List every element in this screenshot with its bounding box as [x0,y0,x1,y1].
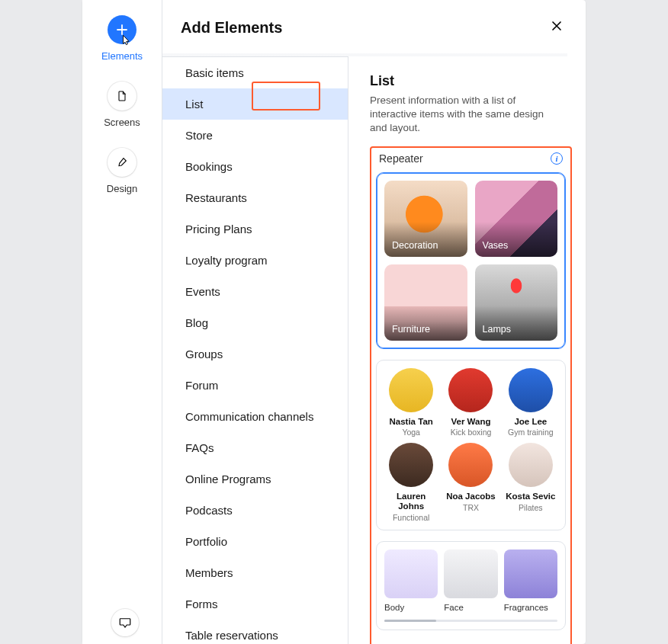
product-thumb [504,549,557,598]
rail-label: Screens [104,117,140,128]
tile-item[interactable]: Furniture [384,264,467,341]
product-thumb [444,549,497,598]
tile-label: Vases [483,240,509,251]
product-label: Fragrances [504,603,557,612]
product-item[interactable]: Face [444,549,497,612]
person-item[interactable]: Ver WangKick boxing [444,368,497,437]
product-label: Face [444,603,497,612]
avatar [448,368,493,412]
repeater-template-people[interactable]: Nastia TanYogaVer WangKick boxingJoe Lee… [376,360,566,530]
add-elements-panel: Elements Screens Design Add Elements [82,0,586,644]
mini-scrollbar [384,620,557,622]
person-name: Nastia Tan [384,417,438,427]
tile-label: Furniture [392,324,430,335]
chat-button[interactable] [111,609,139,636]
person-name: Noa Jacobs [444,492,497,501]
rail-item-elements[interactable]: Elements [101,15,143,62]
category-item[interactable]: Online Programs [162,463,348,495]
tile-item[interactable]: Decoration [384,181,467,257]
avatar [448,443,493,487]
repeater-section-header: Repeater i [376,152,566,165]
tile-label: Lamps [483,324,512,335]
person-activity: Functional [384,513,438,522]
category-item[interactable]: Pricing Plans [162,213,348,245]
avatar [509,443,553,487]
tile-label: Decoration [392,240,438,251]
info-icon[interactable]: i [551,152,563,165]
category-item[interactable]: Basic items [162,57,348,88]
product-item[interactable]: Fragrances [504,549,557,612]
avatar [509,368,553,412]
person-item[interactable]: Kosta SevicPilates [504,443,557,521]
person-activity: Yoga [384,428,438,437]
person-name: Ver Wang [444,417,497,427]
repeater-template-products[interactable]: BodyFaceFragrances [376,541,566,630]
category-item[interactable]: Table reservations [162,620,348,644]
category-item[interactable]: Store [162,120,348,151]
plus-icon [108,15,136,44]
brush-icon [108,148,136,177]
category-item[interactable]: Loyalty program [162,245,348,276]
person-name: Lauren Johns [384,492,438,511]
repeater-highlight: Repeater i DecorationVasesFurnitureLamps… [370,146,572,644]
category-item[interactable]: Groups [162,338,348,370]
panel-header: Add Elements [162,0,586,53]
product-thumb [384,549,438,598]
product-item[interactable]: Body [384,549,438,612]
person-activity: Kick boxing [444,428,497,437]
category-item[interactable]: Podcasts [162,495,348,526]
category-item[interactable]: Portfolio [162,526,348,557]
panel-body: Basic itemsListStoreBookingsRestaurantsP… [162,56,586,644]
category-item[interactable]: Blog [162,307,348,338]
rail-item-design[interactable]: Design [107,148,137,194]
preview-pane: List Present information with a list of … [348,56,586,644]
repeater-label: Repeater [379,152,423,165]
category-item[interactable]: Communication channels [162,401,348,432]
close-button[interactable] [546,15,567,40]
person-name: Kosta Sevic [504,492,557,501]
left-rail: Elements Screens Design [82,0,162,644]
category-item[interactable]: Restaurants [162,182,348,213]
avatar [389,443,433,487]
product-label: Body [384,603,438,612]
person-activity: Gym training [504,428,557,437]
rail-item-screens[interactable]: Screens [104,82,140,128]
preview-title: List [370,73,572,89]
person-item[interactable]: Noa JacobsTRX [444,443,497,521]
preview-description: Present information with a list of inter… [370,94,560,136]
category-item[interactable]: Members [162,557,348,588]
category-item[interactable]: List [162,88,348,120]
person-activity: TRX [444,503,497,512]
page-icon [108,82,136,111]
chat-icon [118,616,132,630]
person-item[interactable]: Lauren JohnsFunctional [384,443,438,521]
panel-title: Add Elements [181,19,282,37]
person-item[interactable]: Nastia TanYoga [384,368,438,437]
category-item[interactable]: FAQs [162,432,348,463]
repeater-template-tiles[interactable]: DecorationVasesFurnitureLamps [376,172,566,349]
person-name: Joe Lee [504,417,557,427]
close-icon [549,18,564,34]
rail-label: Design [107,183,137,194]
category-item[interactable]: Forms [162,588,348,620]
avatar [389,368,433,412]
tile-item[interactable]: Vases [475,181,558,257]
category-item[interactable]: Events [162,276,348,307]
category-list: Basic itemsListStoreBookingsRestaurantsP… [162,56,348,644]
rail-label: Elements [101,50,143,62]
person-item[interactable]: Joe LeeGym training [504,368,557,437]
tile-item[interactable]: Lamps [475,264,558,341]
category-item[interactable]: Bookings [162,151,348,182]
category-item[interactable]: Forum [162,370,348,401]
main-area: Add Elements Basic itemsListStoreBooking… [162,0,586,644]
person-activity: Pilates [504,503,557,512]
